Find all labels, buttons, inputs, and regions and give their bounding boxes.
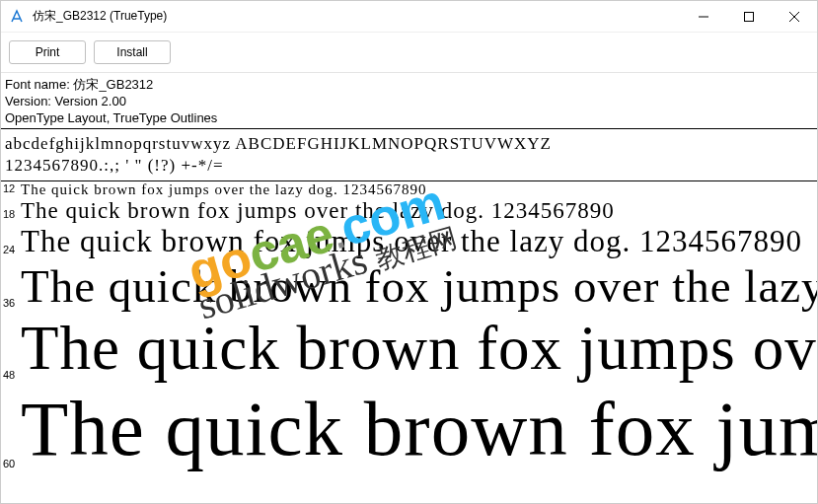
print-button[interactable]: Print xyxy=(9,40,86,64)
charset-alpha: abcdefghijklmnopqrstuvwxyz ABCDEFGHIJKLM… xyxy=(5,133,813,155)
sample-text: The quick brown fox jumps over the lazy … xyxy=(21,181,427,198)
minimize-button[interactable] xyxy=(681,1,726,33)
window-title: 仿宋_GB2312 (TrueType) xyxy=(33,8,167,25)
toolbar: Print Install xyxy=(1,33,817,73)
sample-row: 60The quick brown fox jumps over the laz… xyxy=(1,385,817,473)
sample-size-label: 18 xyxy=(3,208,21,224)
font-info: Font name: 仿宋_GB2312 Version: Version 2.… xyxy=(1,73,817,129)
sample-text: The quick brown fox jumps over the lazy … xyxy=(21,198,615,224)
sample-size-label: 60 xyxy=(3,458,21,473)
sample-text: The quick brown fox jumps over the lazy … xyxy=(21,259,817,313)
sample-size-label: 48 xyxy=(3,369,21,385)
sample-text: The quick brown fox jumps over the lazy … xyxy=(21,313,817,385)
features-row: OpenType Layout, TrueType Outlines xyxy=(5,109,813,126)
sample-row: 18The quick brown fox jumps over the laz… xyxy=(1,198,817,224)
sample-size-label: 12 xyxy=(3,182,21,198)
install-button[interactable]: Install xyxy=(94,40,171,64)
titlebar: 仿宋_GB2312 (TrueType) xyxy=(1,1,817,33)
sample-row: 36The quick brown fox jumps over the laz… xyxy=(1,259,817,313)
window-controls xyxy=(681,1,817,33)
sample-size-label: 24 xyxy=(3,244,21,259)
close-button[interactable] xyxy=(772,1,817,33)
version-value: Version 2.00 xyxy=(55,94,126,108)
version-label: Version: xyxy=(5,94,55,108)
charset-symbols: 1234567890.:,; ' " (!?) +-*/= xyxy=(5,155,813,177)
sample-text: The quick brown fox jumps over the lazy … xyxy=(21,224,802,259)
version-row: Version: Version 2.00 xyxy=(5,93,813,109)
sample-row: 24The quick brown fox jumps over the laz… xyxy=(1,224,817,259)
sample-text: The quick brown fox jumps over the lazy … xyxy=(21,385,817,473)
sample-row: 12The quick brown fox jumps over the laz… xyxy=(1,181,817,198)
sample-row: 48The quick brown fox jumps over the laz… xyxy=(1,313,817,385)
sample-size-label: 36 xyxy=(3,297,21,313)
svg-rect-1 xyxy=(745,12,754,21)
sample-area: gocae.com solidworks 教程网 12The quick bro… xyxy=(1,181,817,503)
font-name-label: Font name: xyxy=(5,77,73,92)
app-icon xyxy=(9,9,25,25)
maximize-button[interactable] xyxy=(726,1,772,33)
font-name-row: Font name: 仿宋_GB2312 xyxy=(5,76,813,93)
charset-sample: abcdefghijklmnopqrstuvwxyz ABCDEFGHIJKLM… xyxy=(1,129,817,181)
font-name-value: 仿宋_GB2312 xyxy=(73,77,153,92)
